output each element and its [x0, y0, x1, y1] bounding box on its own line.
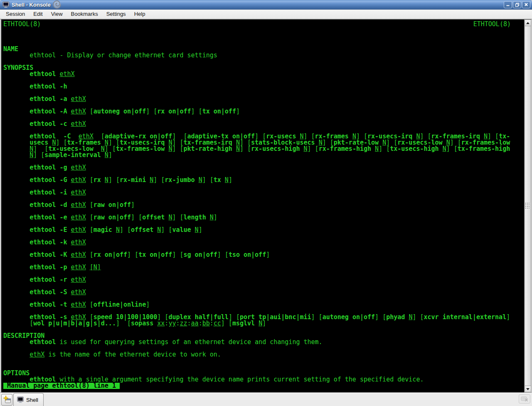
new-session-icon	[3, 396, 11, 404]
maximize-icon	[515, 2, 520, 7]
menu-settings[interactable]: Settings	[102, 10, 130, 19]
new-session-button[interactable]	[1, 394, 12, 406]
terminal-region: ETHTOOL(8)ETHTOOL(8)NAME ethtool - Displ…	[0, 19, 532, 392]
scrollbar[interactable]	[524, 20, 531, 392]
terminal-screen[interactable]: ETHTOOL(8)ETHTOOL(8)NAME ethtool - Displ…	[1, 20, 524, 392]
menu-edit[interactable]: Edit	[29, 10, 47, 19]
window-title: Shell - Konsole	[12, 2, 51, 8]
scrollbar-grip	[525, 203, 530, 209]
terminal-icon	[17, 396, 24, 403]
menubar: Session Edit View Bookmarks Settings Hel…	[0, 10, 532, 19]
menu-view[interactable]: View	[47, 10, 67, 19]
scroll-up-button[interactable]	[525, 20, 531, 26]
titlebar[interactable]: Shell - Konsole	[0, 0, 532, 10]
minimize-button[interactable]	[504, 1, 512, 8]
close-session-icon	[521, 396, 528, 402]
shell-spiral-icon	[52, 0, 62, 9]
menu-bookmarks[interactable]: Bookmarks	[67, 10, 102, 19]
maximize-button[interactable]	[513, 1, 521, 8]
session-tabbar: Shell	[0, 392, 532, 406]
arrow-up-icon	[526, 22, 530, 24]
scrollbar-thumb[interactable]	[525, 26, 531, 386]
close-button[interactable]	[522, 1, 530, 8]
menu-session[interactable]: Session	[2, 10, 29, 19]
tab-shell-label: Shell	[26, 397, 38, 403]
konsole-icon	[2, 1, 9, 8]
close-icon	[524, 2, 528, 7]
tab-shell[interactable]: Shell	[13, 393, 44, 406]
minimize-icon	[506, 2, 510, 7]
arrow-down-icon	[526, 388, 530, 390]
konsole-window: Shell - Konsole Session Edit Vie	[0, 0, 532, 406]
close-session-button[interactable]	[519, 394, 530, 404]
scroll-down-button[interactable]	[525, 386, 531, 392]
terminal-text: ETHTOOL(8)ETHTOOL(8)NAME ethtool - Displ…	[3, 21, 511, 389]
menu-help[interactable]: Help	[130, 10, 150, 19]
